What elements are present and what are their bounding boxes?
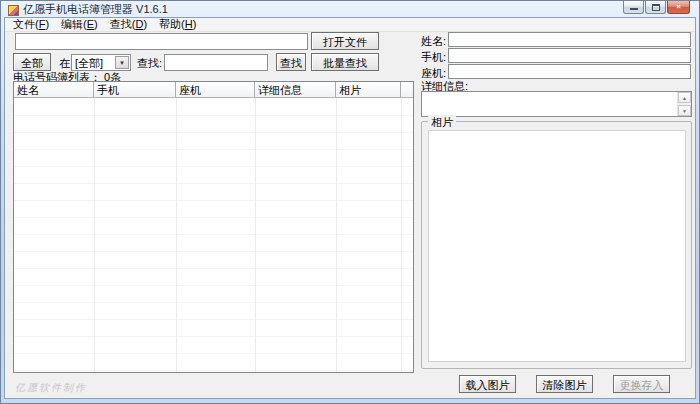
watermark-text: 亿愿软件制作 xyxy=(15,381,87,395)
column-gridline xyxy=(176,98,177,372)
table-body[interactable] xyxy=(14,98,413,372)
row-gridline xyxy=(14,336,413,337)
row-gridline xyxy=(14,370,413,371)
row-gridline xyxy=(14,115,413,116)
window-title: 亿愿手机电话簿管理器 V1.6.1 xyxy=(23,2,168,17)
row-gridline xyxy=(14,132,413,133)
menu-item[interactable]: 文件(F) xyxy=(9,17,57,32)
scroll-down-icon[interactable]: ▼ xyxy=(678,105,691,116)
photo-preview-area xyxy=(428,130,686,362)
find-label: 查找: xyxy=(137,56,162,71)
column-header-filler xyxy=(401,82,413,97)
name-input[interactable] xyxy=(448,32,691,47)
column-header[interactable]: 详细信息 xyxy=(255,82,336,97)
show-all-button[interactable]: 全部 xyxy=(13,53,51,71)
find-input[interactable] xyxy=(164,54,268,71)
column-gridline xyxy=(336,98,337,372)
clear-image-button[interactable]: 清除图片 xyxy=(536,375,593,393)
open-file-button[interactable]: 打开文件 xyxy=(311,32,379,50)
row-gridline xyxy=(14,200,413,201)
find-button[interactable]: 查找 xyxy=(276,53,306,71)
column-header[interactable]: 相片 xyxy=(336,82,401,97)
row-gridline xyxy=(14,285,413,286)
batch-find-button[interactable]: 批量查找 xyxy=(311,53,379,71)
menu-item[interactable]: 查找(D) xyxy=(106,17,155,32)
detail-info-textarea[interactable] xyxy=(424,93,676,115)
row-gridline xyxy=(14,149,413,150)
load-image-button[interactable]: 载入图片 xyxy=(459,375,516,393)
row-gridline xyxy=(14,234,413,235)
mobile-input[interactable] xyxy=(448,48,691,63)
row-gridline xyxy=(14,217,413,218)
column-header[interactable]: 姓名 xyxy=(14,82,94,97)
app-icon xyxy=(8,5,19,16)
menu-item[interactable]: 编辑(E) xyxy=(57,17,106,32)
row-gridline xyxy=(14,319,413,320)
app-window: 亿愿手机电话簿管理器 V1.6.1 × 文件(F)编辑(E)查找(D)帮助(H)… xyxy=(0,0,700,404)
column-header[interactable]: 手机 xyxy=(94,82,176,97)
column-gridline xyxy=(255,98,256,372)
scroll-up-icon[interactable]: ▲ xyxy=(678,92,691,103)
photo-groupbox: 相片 xyxy=(421,121,692,369)
column-gridline xyxy=(401,98,402,372)
close-button[interactable]: × xyxy=(667,1,690,14)
search-scope-select[interactable]: [全部] ▼ xyxy=(71,54,131,71)
row-gridline xyxy=(14,268,413,269)
photo-group-label: 相片 xyxy=(428,115,456,130)
column-gridline xyxy=(94,98,95,372)
row-gridline xyxy=(14,183,413,184)
detail-info-scrollbar[interactable]: ▲ ▼ xyxy=(677,92,691,116)
row-gridline xyxy=(14,251,413,252)
menu-bar: 文件(F)编辑(E)查找(D)帮助(H) xyxy=(5,18,695,32)
row-gridline xyxy=(14,302,413,303)
replace-save-button: 更换存入 xyxy=(613,375,670,393)
minimize-button[interactable] xyxy=(623,1,644,14)
phonebook-table[interactable]: 姓名手机座机详细信息相片 xyxy=(13,81,414,373)
search-scope-value: [全部] xyxy=(75,56,103,71)
chevron-down-icon[interactable]: ▼ xyxy=(115,56,129,69)
landline-input[interactable] xyxy=(448,64,691,79)
in-label: 在 xyxy=(59,56,70,71)
close-icon: × xyxy=(676,3,681,11)
row-gridline xyxy=(14,353,413,354)
maximize-button[interactable] xyxy=(645,1,666,14)
mobile-label: 手机: xyxy=(421,50,446,65)
title-bar[interactable]: 亿愿手机电话簿管理器 V1.6.1 xyxy=(1,1,699,17)
column-header[interactable]: 座机 xyxy=(176,82,255,97)
client-area: 文件(F)编辑(E)查找(D)帮助(H) 打开文件 全部 在 [全部] ▼ 查找… xyxy=(4,17,696,399)
file-path-input[interactable] xyxy=(15,33,308,50)
caption-buttons: × xyxy=(623,1,690,14)
table-header-row: 姓名手机座机详细信息相片 xyxy=(14,82,413,98)
maximize-icon xyxy=(652,4,660,11)
detail-info-box: ▲ ▼ xyxy=(421,91,692,117)
menu-item[interactable]: 帮助(H) xyxy=(155,17,204,32)
name-label: 姓名: xyxy=(421,34,446,49)
minimize-icon xyxy=(630,8,638,10)
row-gridline xyxy=(14,166,413,167)
